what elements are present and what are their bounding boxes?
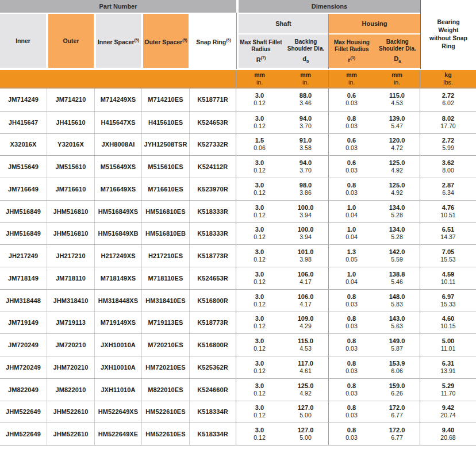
part-number-outer-spacer: M719113ES xyxy=(142,312,190,334)
part-number-inner-spacer: JXH11010A xyxy=(95,379,142,401)
value-shaft-shoulder: 91.03.58 xyxy=(283,134,329,156)
value-housing-fillet: 0.80.03 xyxy=(329,401,374,423)
part-number-outer: JHM516810 xyxy=(47,223,95,245)
part-number-outer-spacer: H217210ES xyxy=(142,245,190,267)
table-row: JM719149JM719113M719149XSM719113ESK51877… xyxy=(0,312,476,334)
part-number-snap-ring: K524660R xyxy=(190,379,236,401)
part-number-inner: JM714249 xyxy=(0,89,47,111)
table-row: JM720249JM720210JXH10010AM720210ESK51680… xyxy=(0,333,476,356)
value-shaft-shoulder: 127.05.00 xyxy=(283,401,329,423)
value-housing-fillet: 0.80.03 xyxy=(329,423,374,445)
value-housing-shoulder: 138.85.46 xyxy=(374,267,420,289)
value-weight: 5.0011.01 xyxy=(420,334,476,356)
part-number-outer-spacer: HM318410ES xyxy=(142,290,190,312)
table-row: JM718149JM718110M718149XSM718110ESK52465… xyxy=(0,267,476,289)
part-number-snap-ring: K516800R xyxy=(190,334,236,356)
dimensions-title: Dimensions xyxy=(312,3,347,10)
part-number-outer: JHM720210 xyxy=(47,356,95,378)
value-shaft-fillet: 3.00.12 xyxy=(236,423,283,445)
part-number-inner-spacer: M714249XS xyxy=(95,89,142,111)
part-number-inner-spacer: M515649XS xyxy=(95,156,142,178)
value-shaft-fillet: 3.00.12 xyxy=(236,223,283,245)
part-number-inner: JHM516849 xyxy=(0,201,47,222)
value-weight: 6.5114.37 xyxy=(420,223,476,245)
part-number-snap-ring: K518773R xyxy=(190,245,236,267)
part-number-inner: JHM516849 xyxy=(0,223,47,245)
value-shaft-shoulder: 106.04.17 xyxy=(283,290,329,312)
part-number-inner-spacer: M719149XS xyxy=(95,312,142,334)
part-number-inner: JHM720249 xyxy=(0,356,47,378)
value-shaft-fillet: 3.00.12 xyxy=(236,312,283,334)
part-number-outer-spacer: JYH12508TSR xyxy=(142,134,190,156)
column-header-outer-spacer: Outer Spacer(5) xyxy=(143,14,189,68)
value-weight: 9.4220.74 xyxy=(420,401,476,423)
value-housing-fillet: 0.80.03 xyxy=(329,290,374,312)
value-shaft-shoulder: 106.04.17 xyxy=(283,267,329,289)
value-shaft-shoulder: 100.03.94 xyxy=(283,223,329,245)
value-shaft-fillet: 3.00.12 xyxy=(236,356,283,378)
housing-subcolumns: Max Housing Fillet Radius r(1) Backing S… xyxy=(329,34,420,68)
value-housing-shoulder: 149.05.87 xyxy=(374,334,420,356)
part-number-outer-spacer: M718110ES xyxy=(142,267,190,289)
value-housing-shoulder: 125.04.92 xyxy=(374,156,420,178)
part-number-title: Part Number xyxy=(99,3,137,10)
part-number-inner-spacer: HM516849XS xyxy=(95,201,142,222)
units-housing-shoulder: mmin. xyxy=(374,70,420,87)
part-number-outer-spacer: M822010ES xyxy=(142,379,190,401)
table-row: JM515649JM515610M515649XSM515610ESK52411… xyxy=(0,155,476,178)
part-number-inner: JM822049 xyxy=(0,379,47,401)
part-number-outer: JM822010 xyxy=(47,379,95,401)
value-housing-fillet: 1.00.04 xyxy=(329,267,374,289)
value-housing-fillet: 0.80.03 xyxy=(329,112,374,133)
value-shaft-fillet: 3.00.12 xyxy=(236,201,283,222)
shaft-group-header: Shaft xyxy=(239,14,328,33)
part-number-inner-spacer: M716649XS xyxy=(95,178,142,200)
part-number-snap-ring: K523970R xyxy=(190,178,236,200)
value-weight: 4.5910.11 xyxy=(420,267,476,289)
shaft-label: Shaft xyxy=(275,20,291,27)
column-header-inner: Inner xyxy=(0,14,46,68)
part-number-inner-spacer: JXH8008AI xyxy=(95,134,142,156)
part-number-snap-ring: K524653R xyxy=(190,112,236,133)
table-row: JM716649JM716610M716649XSM716610ESK52397… xyxy=(0,178,476,200)
value-housing-fillet: 1.30.05 xyxy=(329,245,374,267)
value-shaft-shoulder: 94.03.70 xyxy=(283,156,329,178)
table-row: JHM522649JHM522610HM522649XSHM522610ESK5… xyxy=(0,401,476,423)
part-number-outer-spacer: HM522610ES xyxy=(142,423,190,445)
part-number-outer-spacer: M716610ES xyxy=(142,178,190,200)
column-header-outer: Outer xyxy=(48,14,94,68)
value-housing-shoulder: 139.05.47 xyxy=(374,112,420,133)
value-shaft-fillet: 3.00.12 xyxy=(236,401,283,423)
part-number-outer: Y32016X xyxy=(47,134,95,156)
value-housing-fillet: 1.00.04 xyxy=(329,223,374,245)
part-number-outer: JHM522610 xyxy=(47,401,95,423)
subcolumn-housing-backing-shoulder-dia: Backing Shoulder Dia. Da xyxy=(375,34,421,68)
table-row: JHM522649JHM522610HM522649XEHM522610ESK5… xyxy=(0,423,476,445)
value-shaft-fillet: 3.00.12 xyxy=(236,379,283,401)
value-housing-shoulder: 172.06.77 xyxy=(374,401,420,423)
part-number-inner-spacer: HM522649XS xyxy=(95,401,142,423)
part-number-outer-spacer: HM720210ES xyxy=(142,356,190,378)
value-weight: 9.4020.68 xyxy=(420,423,476,445)
table-row: JH217249JH217210H217249XSH217210ESK51877… xyxy=(0,244,476,267)
value-weight: 7.0515.53 xyxy=(420,245,476,267)
units-spacer xyxy=(0,70,236,87)
table-row: JHM516849JHM516810HM516849XSHM516810ESK5… xyxy=(0,200,476,222)
part-number-inner-spacer: M718149XS xyxy=(95,267,142,289)
part-number-group-header: Part Number xyxy=(0,0,236,13)
part-number-outer-spacer: HM516810ES xyxy=(142,201,190,222)
shaft-subcolumns: Max Shaft Fillet Radius R(7) Backing Sho… xyxy=(239,34,328,68)
part-number-snap-ring: K524112R xyxy=(190,156,236,178)
value-shaft-shoulder: 117.04.61 xyxy=(283,356,329,378)
bearing-dimensions-table: Part Number Dimensions Inner Outer Inner… xyxy=(0,0,476,453)
part-number-inner: JM719149 xyxy=(0,312,47,334)
part-number-outer: JH217210 xyxy=(47,245,95,267)
units-housing-fillet: mmin. xyxy=(329,70,374,87)
value-housing-fillet: 0.60.03 xyxy=(329,156,374,178)
part-number-inner: JM515649 xyxy=(0,156,47,178)
value-shaft-fillet: 1.50.06 xyxy=(236,134,283,156)
part-number-inner-spacer: HM516849XB xyxy=(95,223,142,245)
part-number-snap-ring: K516800R xyxy=(190,290,236,312)
part-number-snap-ring: K518334R xyxy=(190,401,236,423)
value-shaft-shoulder: 98.03.86 xyxy=(283,178,329,200)
